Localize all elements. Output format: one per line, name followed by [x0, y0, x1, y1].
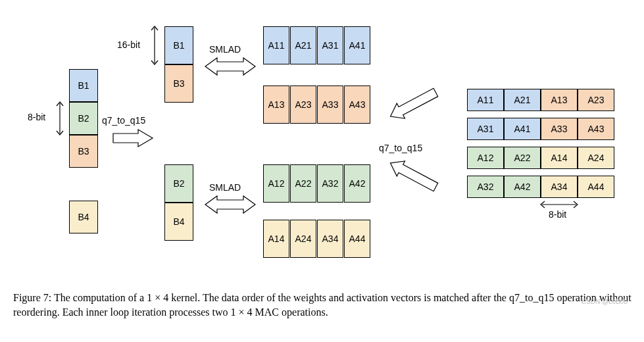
gtop-r2c1: A13: [263, 86, 289, 124]
cell-label: A44: [349, 233, 366, 244]
rr2c3: A33: [541, 118, 578, 140]
rr3c2: A22: [504, 147, 541, 169]
gtop-r2c3: A33: [317, 86, 343, 124]
rr1c4: A23: [578, 89, 614, 111]
rr2c1: A31: [467, 118, 504, 140]
label-8bit-right: 8-bit: [549, 209, 566, 220]
cell-label: B4: [173, 216, 184, 227]
svg-marker-5: [386, 85, 439, 124]
b16-cell-b1: B1: [164, 26, 193, 64]
cell-label: A43: [588, 124, 605, 134]
gbot-r1c2: A22: [290, 164, 316, 203]
svg-marker-3: [205, 58, 255, 75]
cell-label: B2: [78, 113, 89, 124]
cell-label: B3: [78, 146, 89, 157]
cell-label: B2: [173, 178, 184, 189]
rr4c3: A34: [541, 176, 578, 198]
cell-label: A41: [514, 124, 531, 134]
cell-label: A24: [588, 153, 605, 163]
label-q7-left: q7_to_q15: [102, 115, 145, 126]
gbot-r1c3: A32: [317, 164, 343, 203]
rr4c2: A42: [504, 176, 541, 198]
arrow-diag-top: [382, 79, 454, 125]
cell-label: A21: [514, 95, 531, 105]
rr3c1: A12: [467, 147, 504, 169]
b8-cell-b4: B4: [69, 201, 98, 233]
b16-cell-b2: B2: [164, 164, 193, 203]
gbot-r2c4: A44: [344, 220, 370, 258]
arrow-smlad-top: [204, 57, 257, 76]
cell-label: B1: [78, 80, 89, 91]
dim-16bit: [149, 25, 161, 66]
svg-marker-4: [205, 196, 255, 213]
cell-label: B3: [173, 78, 184, 89]
arrow-diag-bot: [382, 155, 454, 201]
arrow-smlad-bot: [204, 195, 257, 214]
rr3c3: A14: [541, 147, 578, 169]
cell-label: A42: [349, 178, 366, 189]
gbot-r2c3: A34: [317, 220, 343, 258]
cell-label: A33: [551, 124, 568, 134]
gbot-r1c4: A42: [344, 164, 370, 203]
cell-label: A42: [514, 182, 531, 192]
rr4c4: A44: [578, 176, 614, 198]
cell-label: A32: [478, 182, 494, 192]
gbot-r2c2: A24: [290, 220, 316, 258]
gtop-r1c2: A21: [290, 26, 316, 64]
gtop-r1c4: A41: [344, 26, 370, 64]
label-16bit: 16-bit: [117, 39, 140, 50]
rr1c3: A13: [541, 89, 578, 111]
cell-label: A32: [322, 178, 339, 189]
figure-caption: Figure 7: The computation of a 1 × 4 ker…: [13, 291, 632, 320]
label-8bit: 8-bit: [28, 112, 45, 122]
b8-cell-b3: B3: [69, 135, 98, 168]
cell-label: A13: [551, 95, 568, 105]
cell-label: A11: [478, 95, 494, 105]
rr3c4: A24: [578, 147, 614, 169]
label-smlad-bot: SMLAD: [209, 182, 241, 193]
cell-label: B4: [78, 212, 89, 222]
cell-label: A33: [322, 99, 339, 110]
b8-cell-b2: B2: [69, 102, 98, 135]
cell-label: A31: [322, 40, 339, 51]
cell-label: A23: [295, 99, 312, 110]
cell-label: A34: [322, 233, 339, 244]
cell-label: A34: [551, 182, 568, 192]
b16-cell-b3: B3: [164, 64, 193, 103]
cell-label: A23: [588, 95, 605, 105]
cell-label: A21: [295, 40, 312, 51]
label-q7-right: q7_to_q15: [379, 143, 422, 153]
svg-marker-6: [386, 155, 439, 195]
cell-label: A14: [268, 233, 285, 244]
rr4c1: A32: [467, 176, 504, 198]
b8-cell-b1: B1: [69, 69, 98, 102]
cell-label: A12: [478, 153, 494, 163]
gbot-r2c1: A14: [263, 220, 289, 258]
b16-cell-b4: B4: [164, 203, 193, 241]
diagram-canvas: B1 B2 B3 B4 8-bit q7_to_q15 B1 B3 16-bit…: [13, 13, 632, 283]
cell-label: A14: [551, 153, 568, 163]
dim-8bit-right: [539, 199, 579, 210]
cell-label: A31: [478, 124, 494, 134]
cell-label: A43: [349, 99, 366, 110]
cell-label: A24: [295, 233, 312, 244]
gtop-r2c2: A23: [290, 86, 316, 124]
rr1c2: A21: [504, 89, 541, 111]
watermark: CSDN @LoBob: [582, 298, 628, 305]
cell-label: A41: [349, 40, 366, 51]
gbot-r1c1: A12: [263, 164, 289, 203]
cell-label: A12: [268, 178, 285, 189]
dim-8bit: [54, 101, 66, 136]
label-smlad-top: SMLAD: [209, 44, 241, 55]
gtop-r2c4: A43: [344, 86, 370, 124]
rr2c2: A41: [504, 118, 541, 140]
arrow-right-1: [112, 128, 154, 148]
gtop-r1c1: A11: [263, 26, 289, 64]
cell-label: A22: [295, 178, 312, 189]
gtop-r1c3: A31: [317, 26, 343, 64]
rr1c1: A11: [467, 89, 504, 111]
svg-marker-1: [113, 130, 153, 147]
cell-label: A13: [268, 99, 285, 110]
cell-label: A22: [514, 153, 531, 163]
cell-label: A11: [268, 40, 285, 51]
